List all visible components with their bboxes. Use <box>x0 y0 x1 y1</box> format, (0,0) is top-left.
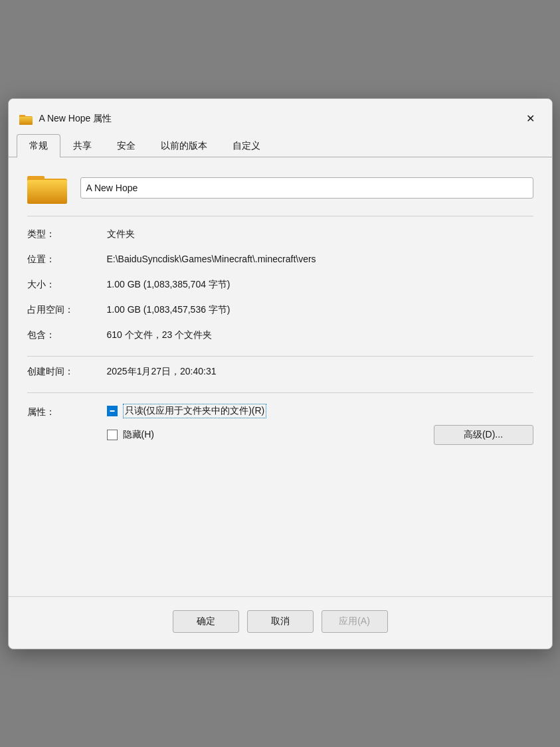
tab-share[interactable]: 共享 <box>60 134 104 157</box>
svg-rect-8 <box>110 410 114 412</box>
window-title: A New Hope 属性 <box>39 113 112 125</box>
size-label: 大小： <box>27 278 107 291</box>
title-bar: A New Hope 属性 ✕ <box>9 99 552 131</box>
divider-1 <box>27 216 533 216</box>
created-label: 创建时间： <box>27 365 107 378</box>
disk-size-label: 占用空间： <box>27 303 107 316</box>
created-row: 创建时间： 2025年1月27日，20:40:31 <box>27 362 533 387</box>
attributes-label: 属性： <box>27 404 107 418</box>
svg-rect-3 <box>19 117 33 125</box>
folder-icon <box>27 171 67 205</box>
disk-size-value: 1.00 GB (1,083,457,536 字节) <box>107 303 533 316</box>
location-row: 位置： E:\BaiduSyncdisk\Games\Minecraft\.mi… <box>27 250 533 275</box>
folder-name-input[interactable] <box>80 177 533 199</box>
title-folder-icon <box>19 113 33 125</box>
cancel-button[interactable]: 取消 <box>247 610 314 633</box>
hidden-row: 隐藏(H) 高级(D)... <box>107 425 533 445</box>
empty-space <box>27 450 533 583</box>
size-value: 1.00 GB (1,083,385,704 字节) <box>107 278 533 291</box>
properties-table: 类型： 文件夹 位置： E:\BaiduSyncdisk\Games\Minec… <box>27 224 533 351</box>
contains-row: 包含： 610 个文件，23 个文件夹 <box>27 325 533 351</box>
hidden-checkbox[interactable] <box>107 430 118 440</box>
created-value: 2025年1月27日，20:40:31 <box>107 365 533 378</box>
size-row: 大小： 1.00 GB (1,083,385,704 字节) <box>27 275 533 300</box>
properties-dialog: A New Hope 属性 ✕ 常规 共享 安全 以前的版本 自定义 <box>8 98 553 649</box>
tab-content: 类型： 文件夹 位置： E:\BaiduSyncdisk\Games\Minec… <box>9 157 552 596</box>
divider-3 <box>27 392 533 393</box>
advanced-button[interactable]: 高级(D)... <box>434 425 533 445</box>
ok-button[interactable]: 确定 <box>173 610 239 633</box>
checkbox-indeterminate-icon <box>109 408 116 414</box>
type-value: 文件夹 <box>107 227 533 240</box>
tab-general[interactable]: 常规 <box>17 134 60 157</box>
readonly-checkbox[interactable] <box>107 406 118 416</box>
readonly-checkbox-wrapper[interactable]: 只读(仅应用于文件夹中的文件)(R) <box>107 404 267 418</box>
tab-previous-versions[interactable]: 以前的版本 <box>148 134 220 157</box>
attributes-section: 属性： 只读(仅应用于文件夹中的文件)(R) <box>27 398 533 450</box>
bottom-buttons: 确定 取消 应用(A) <box>9 596 552 649</box>
close-button[interactable]: ✕ <box>520 108 541 129</box>
type-label: 类型： <box>27 227 107 240</box>
hidden-label: 隐藏(H) <box>123 429 154 441</box>
tab-bar: 常规 共享 安全 以前的版本 自定义 <box>9 133 552 157</box>
location-label: 位置： <box>27 252 107 266</box>
tab-customize[interactable]: 自定义 <box>220 134 273 157</box>
attribute-controls: 只读(仅应用于文件夹中的文件)(R) 隐藏(H) 高级(D)... <box>107 404 533 445</box>
svg-rect-7 <box>27 180 67 204</box>
readonly-row: 只读(仅应用于文件夹中的文件)(R) <box>107 404 533 418</box>
apply-button[interactable]: 应用(A) <box>322 610 388 633</box>
tab-security[interactable]: 安全 <box>104 134 148 157</box>
contains-value: 610 个文件，23 个文件夹 <box>107 328 533 341</box>
divider-2 <box>27 356 533 357</box>
readonly-label: 只读(仅应用于文件夹中的文件)(R) <box>123 404 267 418</box>
type-row: 类型： 文件夹 <box>27 224 533 250</box>
location-value: E:\BaiduSyncdisk\Games\Minecraft\.minecr… <box>107 252 533 264</box>
hidden-checkbox-wrapper[interactable]: 隐藏(H) <box>107 429 154 441</box>
title-bar-left: A New Hope 属性 <box>19 113 112 125</box>
contains-label: 包含： <box>27 328 107 341</box>
folder-row <box>27 171 533 205</box>
disk-size-row: 占用空间： 1.00 GB (1,083,457,536 字节) <box>27 300 533 325</box>
